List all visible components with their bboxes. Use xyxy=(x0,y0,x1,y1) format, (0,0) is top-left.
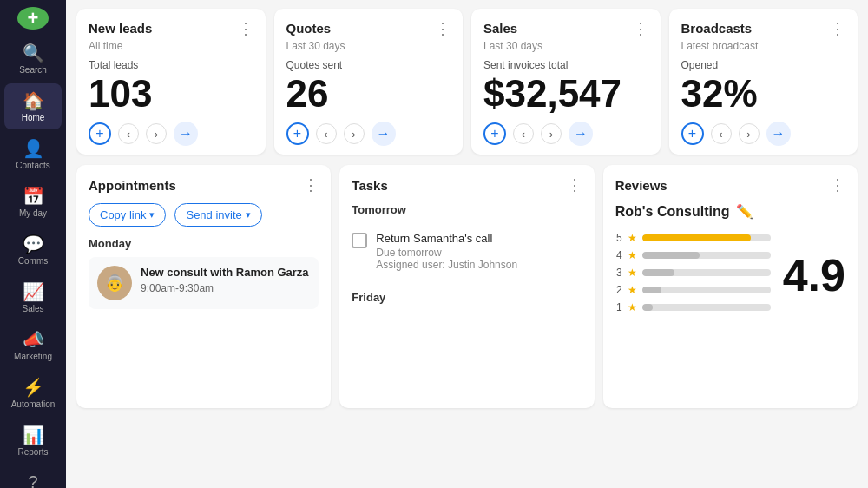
sidebar-item-reports[interactable]: 📊 Reports xyxy=(4,418,62,464)
sidebar-label-contacts: Contacts xyxy=(16,161,49,170)
sidebar-item-automation[interactable]: ⚡ Automation xyxy=(4,370,62,416)
review-bar-background xyxy=(642,269,771,276)
review-number: 1 xyxy=(615,301,622,313)
card-new-leads-metric-label: Total leads xyxy=(89,59,253,71)
card-quotes-menu[interactable]: ⋮ xyxy=(435,21,450,36)
tasks-panel: Tasks ⋮ Tomorrow Return Samantha's call … xyxy=(339,165,594,408)
sidebar-label-myday: My day xyxy=(19,208,47,218)
comms-icon: 💬 xyxy=(23,234,44,254)
card-broadcasts-value: 32% xyxy=(681,73,846,115)
card-sales-next-button[interactable]: › xyxy=(541,123,562,144)
task-due: Due tomorrow xyxy=(376,247,517,259)
card-quotes-arrow-button[interactable]: → xyxy=(372,122,396,146)
review-bar-fill xyxy=(642,304,653,311)
appointments-panel-title: Appointments xyxy=(89,178,176,193)
card-quotes-actions: + ‹ › → xyxy=(286,122,451,146)
card-quotes-metric-label: Quotes sent xyxy=(286,59,451,71)
star-icon: ★ xyxy=(628,267,637,279)
appointments-panel-header: Appointments ⋮ xyxy=(89,177,319,193)
sidebar-item-help[interactable]: ? xyxy=(4,465,62,488)
star-icon: ★ xyxy=(628,284,637,296)
card-quotes-next-button[interactable]: › xyxy=(344,123,365,144)
tasks-panel-menu[interactable]: ⋮ xyxy=(567,177,582,193)
sidebar-item-comms[interactable]: 💬 Comms xyxy=(4,227,62,273)
card-broadcasts-arrow-button[interactable]: → xyxy=(766,122,791,146)
stat-cards-row: New leads ⋮ All time Total leads 103 + ‹… xyxy=(76,9,858,155)
card-quotes-add-button[interactable]: + xyxy=(286,122,309,145)
card-sales-value: $32,547 xyxy=(483,73,648,115)
card-new-leads-arrow-button[interactable]: → xyxy=(174,122,198,146)
review-bar-fill xyxy=(642,234,752,241)
search-icon: 🔍 xyxy=(23,43,44,63)
sidebar-item-sales[interactable]: 📈 Sales xyxy=(4,274,62,320)
card-new-leads-subtitle: All time xyxy=(89,40,253,52)
marketing-icon: 📣 xyxy=(23,329,44,350)
star-icon: ★ xyxy=(628,232,637,244)
card-sales-subtitle: Last 30 days xyxy=(483,40,648,52)
review-bar-background xyxy=(642,287,771,293)
appointments-actions: Copy link ▾ Send invite ▾ xyxy=(89,203,319,227)
card-broadcasts: Broadcasts ⋮ Latest broadcast Opened 32%… xyxy=(669,9,858,155)
sidebar-label-reports: Reports xyxy=(17,447,48,457)
reviews-edit-icon[interactable]: ✏️ xyxy=(736,203,753,220)
appointments-panel-menu[interactable]: ⋮ xyxy=(303,177,319,193)
sidebar-item-myday[interactable]: 📅 My day xyxy=(4,179,62,225)
star-icon: ★ xyxy=(628,301,637,313)
appointment-item[interactable]: 👵 New consult with Ramon Garza 9:00am-9:… xyxy=(89,257,319,309)
card-quotes-subtitle: Last 30 days xyxy=(286,40,451,52)
send-invite-button[interactable]: Send invite ▾ xyxy=(174,203,261,227)
review-number: 5 xyxy=(615,232,622,244)
card-broadcasts-menu[interactable]: ⋮ xyxy=(830,21,845,36)
copy-link-button[interactable]: Copy link ▾ xyxy=(89,203,166,227)
sidebar: + 🔍 Search 🏠 Home 👤 Contacts 📅 My day 💬 … xyxy=(0,0,66,488)
card-broadcasts-next-button[interactable]: › xyxy=(739,123,760,144)
card-quotes-title: Quotes xyxy=(286,21,332,36)
myday-icon: 📅 xyxy=(23,186,44,207)
appointments-panel: Appointments ⋮ Copy link ▾ Send invite ▾… xyxy=(76,165,331,408)
reviews-business-name: Rob's Consulting xyxy=(615,204,730,220)
reviews-score: 4.9 xyxy=(783,253,845,298)
review-bar-row: 1 ★ xyxy=(615,301,771,313)
sidebar-label-comms: Comms xyxy=(18,256,48,266)
task-checkbox[interactable] xyxy=(352,233,367,248)
card-sales-menu[interactable]: ⋮ xyxy=(633,21,648,36)
review-bar-background xyxy=(642,252,771,259)
reviews-content: 5 ★ 4 ★ 3 ★ 2 ★ 1 ★ xyxy=(615,232,845,319)
sidebar-item-contacts[interactable]: 👤 Contacts xyxy=(4,131,62,177)
copy-link-label: Copy link xyxy=(100,208,146,221)
star-icon: ★ xyxy=(628,249,637,261)
card-new-leads-add-button[interactable]: + xyxy=(89,122,111,145)
card-new-leads-value: 103 xyxy=(89,73,253,115)
card-new-leads-prev-button[interactable]: ‹ xyxy=(118,123,139,144)
card-sales-add-button[interactable]: + xyxy=(483,122,506,145)
sidebar-logo[interactable]: + xyxy=(17,7,49,30)
sidebar-label-home: Home xyxy=(22,113,45,122)
tasks-panel-header: Tasks ⋮ xyxy=(352,177,582,193)
review-bar-row: 2 ★ xyxy=(615,284,771,296)
tasks-section-friday: Friday xyxy=(352,291,582,304)
sidebar-item-marketing[interactable]: 📣 Marketing xyxy=(4,322,62,368)
review-bar-row: 4 ★ xyxy=(615,249,771,261)
review-bar-fill xyxy=(642,252,700,259)
card-quotes-prev-button[interactable]: ‹ xyxy=(316,123,337,144)
card-quotes: Quotes ⋮ Last 30 days Quotes sent 26 + ‹… xyxy=(274,9,464,155)
card-broadcasts-prev-button[interactable]: ‹ xyxy=(711,123,732,144)
sidebar-item-search[interactable]: 🔍 Search xyxy=(4,36,62,82)
sidebar-item-home[interactable]: 🏠 Home xyxy=(4,83,62,129)
tasks-panel-title: Tasks xyxy=(352,178,387,193)
card-broadcasts-add-button[interactable]: + xyxy=(681,122,704,145)
tasks-section-tomorrow: Tomorrow xyxy=(352,203,582,216)
card-broadcasts-title: Broadcasts xyxy=(681,21,753,36)
reviews-bars: 5 ★ 4 ★ 3 ★ 2 ★ 1 ★ xyxy=(615,232,771,319)
card-sales-metric-label: Sent invoices total xyxy=(483,59,648,71)
card-sales-arrow-button[interactable]: → xyxy=(569,122,593,146)
reviews-panel-header: Reviews ⋮ xyxy=(615,177,845,193)
appointment-name: New consult with Ramon Garza xyxy=(141,266,309,279)
card-broadcasts-header: Broadcasts ⋮ xyxy=(681,21,846,36)
sales-icon: 📈 xyxy=(23,281,44,302)
card-new-leads: New leads ⋮ All time Total leads 103 + ‹… xyxy=(76,9,266,155)
reviews-panel-menu[interactable]: ⋮ xyxy=(830,177,845,193)
card-new-leads-next-button[interactable]: › xyxy=(146,123,167,144)
card-new-leads-menu[interactable]: ⋮ xyxy=(238,21,253,36)
card-sales-prev-button[interactable]: ‹ xyxy=(513,123,534,144)
